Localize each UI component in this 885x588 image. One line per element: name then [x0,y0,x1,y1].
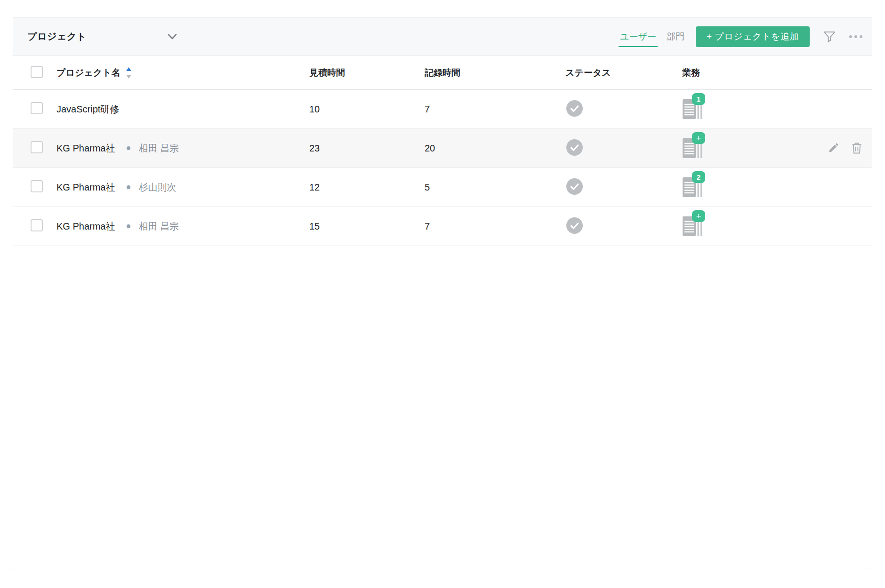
filter-icon[interactable] [823,30,836,43]
project-name[interactable]: KG Pharma社 [56,142,115,155]
column-header-name[interactable]: プロジェクト名 [56,66,309,79]
project-name[interactable]: KG Pharma社 [56,181,115,194]
sort-icon[interactable] [126,66,132,79]
estimated-hours: 15 [309,221,425,232]
row-checkbox[interactable] [31,219,43,231]
tab-departments[interactable]: 部門 [667,31,684,43]
bullet-separator-icon [127,146,130,150]
row-checkbox[interactable] [31,102,43,114]
task-count-badge: + [692,132,705,144]
project-owner: 相田 昌宗 [138,220,179,233]
table-body: JavaScript研修 10 7 [13,90,872,569]
projects-panel: プロジェクト ユーザー 部門 + プロジェクトを追加 プロジェクト名 [13,17,872,569]
toolbar: プロジェクト ユーザー 部門 + プロジェクトを追加 [13,17,872,56]
column-header-recorded: 記録時間 [425,67,565,79]
tasks-document-icon[interactable]: 1 [682,98,703,120]
chevron-down-icon [168,33,177,40]
status-completed-icon [566,178,583,197]
edit-icon[interactable] [828,143,839,154]
recorded-hours: 20 [425,143,565,154]
table-header-row: プロジェクト名 見積時間 記録時間 ステータス 業務 [13,56,872,90]
project-name[interactable]: KG Pharma社 [56,220,115,233]
recorded-hours: 7 [425,104,565,115]
recorded-hours: 5 [425,182,565,193]
task-count-badge: 1 [692,93,705,105]
table-row[interactable]: KG Pharma社 杉山則次 12 5 [13,168,872,207]
more-options-icon[interactable] [849,35,862,38]
tab-users[interactable]: ユーザー [620,31,656,43]
add-project-button[interactable]: + プロジェクトを追加 [696,26,810,47]
tasks-document-icon[interactable]: + [682,215,703,237]
estimated-hours: 23 [309,143,425,154]
table-row[interactable]: JavaScript研修 10 7 [13,90,872,129]
project-name[interactable]: JavaScript研修 [56,103,119,116]
table-row[interactable]: KG Pharma社 相田 昌宗 15 7 [13,207,872,246]
table-row[interactable]: KG Pharma社 相田 昌宗 23 20 [13,129,872,168]
column-header-tasks: 業務 [682,67,812,79]
task-count-badge: + [692,210,705,222]
row-checkbox[interactable] [31,180,43,192]
project-owner: 相田 昌宗 [138,142,179,155]
status-completed-icon [566,100,583,119]
project-owner: 杉山則次 [138,181,176,194]
project-owner-group: 相田 昌宗 [115,142,179,155]
column-header-estimated: 見積時間 [309,67,425,79]
page-title: プロジェクト [27,30,87,43]
task-count-badge: 2 [692,171,705,183]
status-completed-icon [566,217,583,236]
project-owner-group: 相田 昌宗 [115,220,179,233]
toolbar-right: ユーザー 部門 + プロジェクトを追加 [620,26,862,47]
bullet-separator-icon [127,185,130,189]
column-header-status: ステータス [565,67,682,79]
estimated-hours: 12 [309,182,425,193]
delete-icon[interactable] [851,142,862,154]
select-all-checkbox[interactable] [31,66,43,78]
tasks-document-icon[interactable]: 2 [682,176,703,198]
tasks-document-icon[interactable]: + [682,137,703,159]
bullet-separator-icon [127,224,130,228]
recorded-hours: 7 [425,221,565,232]
row-checkbox[interactable] [31,141,43,153]
estimated-hours: 10 [309,104,425,115]
view-selector-dropdown[interactable]: プロジェクト [27,30,177,43]
status-completed-icon [566,139,583,158]
project-owner-group: 杉山則次 [115,181,176,194]
